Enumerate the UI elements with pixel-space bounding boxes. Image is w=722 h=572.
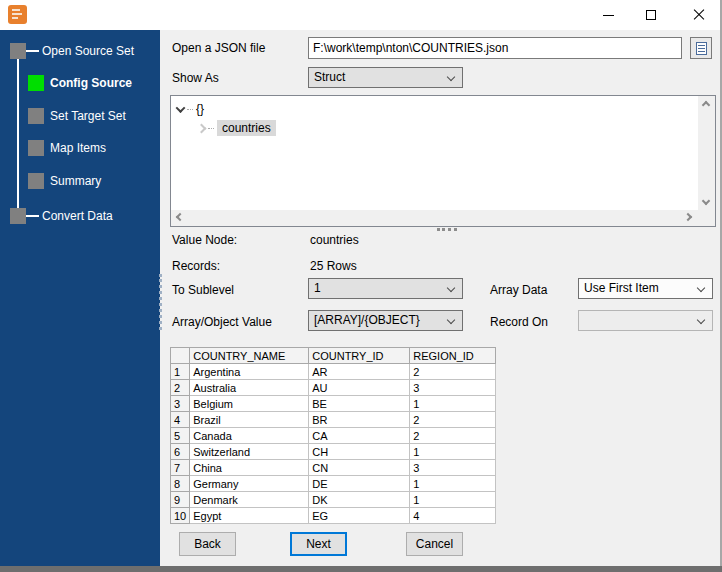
row-number: 2 bbox=[171, 380, 190, 396]
row-number: 9 bbox=[171, 492, 190, 508]
array-data-select[interactable]: Use First Item bbox=[578, 278, 713, 299]
row-number: 3 bbox=[171, 396, 190, 412]
document-icon bbox=[696, 42, 707, 55]
tree-expanded-icon[interactable] bbox=[176, 103, 186, 113]
show-as-select[interactable]: Struct bbox=[308, 67, 463, 88]
scroll-left-icon[interactable] bbox=[176, 213, 184, 221]
row-number: 6 bbox=[171, 444, 190, 460]
chevron-down-icon bbox=[697, 316, 705, 324]
table-row[interactable]: 6 Switzerland CH 1 bbox=[171, 444, 496, 460]
sidebar-step-map-items[interactable]: Map Items bbox=[28, 140, 106, 156]
table-row[interactable]: 10 Egypt EG 4 bbox=[171, 508, 496, 524]
back-button[interactable]: Back bbox=[179, 532, 236, 556]
column-header: REGION_ID bbox=[410, 348, 496, 364]
value-node-label: Value Node: bbox=[172, 233, 237, 247]
table-row[interactable]: 5 Canada CA 2 bbox=[171, 428, 496, 444]
horizontal-splitter-grip[interactable] bbox=[437, 228, 457, 231]
table-row[interactable]: 7 China CN 3 bbox=[171, 460, 496, 476]
tree-vertical-scrollbar[interactable] bbox=[698, 96, 715, 210]
cell-country-name: Germany bbox=[190, 476, 309, 492]
table-row[interactable]: 3 Belgium BE 1 bbox=[171, 396, 496, 412]
step-label: Config Source bbox=[50, 76, 132, 90]
next-button[interactable]: Next bbox=[290, 532, 347, 556]
to-sublevel-label: To Sublevel bbox=[172, 283, 234, 297]
table-row[interactable]: 8 Germany DE 1 bbox=[171, 476, 496, 492]
table-row[interactable]: 4 Brazil BR 2 bbox=[171, 412, 496, 428]
minimize-button[interactable] bbox=[593, 4, 623, 26]
sidebar-step-summary[interactable]: Summary bbox=[28, 173, 101, 189]
sidebar-step-convert-data[interactable]: Convert Data bbox=[10, 208, 113, 224]
cell-region-id: 2 bbox=[410, 412, 496, 428]
cell-region-id: 4 bbox=[410, 508, 496, 524]
vertical-splitter-grip[interactable] bbox=[159, 274, 162, 330]
table-row[interactable]: 1 Argentina AR 2 bbox=[171, 364, 496, 380]
records-value: 25 Rows bbox=[310, 259, 357, 273]
cell-country-id: AR bbox=[309, 364, 410, 380]
tree-node-countries[interactable]: countries bbox=[198, 120, 276, 136]
preview-data-grid: COUNTRY_NAME COUNTRY_ID REGION_ID 1 Arge… bbox=[170, 347, 496, 524]
cell-country-name: Egypt bbox=[190, 508, 309, 524]
record-on-select[interactable] bbox=[578, 310, 713, 331]
minimize-icon bbox=[603, 15, 614, 16]
to-sublevel-select[interactable]: 1 bbox=[308, 278, 463, 299]
step-connector-line bbox=[17, 51, 19, 217]
show-as-label: Show As bbox=[172, 71, 219, 85]
cell-region-id: 3 bbox=[410, 460, 496, 476]
cell-country-name: Canada bbox=[190, 428, 309, 444]
record-on-label: Record On bbox=[490, 315, 548, 329]
tree-node-root[interactable]: {} bbox=[177, 102, 204, 116]
tree-horizontal-scrollbar[interactable] bbox=[171, 210, 715, 226]
cell-country-id: BR bbox=[309, 412, 410, 428]
show-as-value: Struct bbox=[314, 70, 345, 84]
cell-country-name: Denmark bbox=[190, 492, 309, 508]
row-number: 5 bbox=[171, 428, 190, 444]
window-bottom-border[interactable] bbox=[0, 566, 722, 572]
row-number: 8 bbox=[171, 476, 190, 492]
step-label: Set Target Set bbox=[50, 109, 126, 123]
wizard-sidebar: Open Source Set Config Source Set Target… bbox=[0, 30, 160, 566]
cell-country-name: Argentina bbox=[190, 364, 309, 380]
tree-root-label: {} bbox=[196, 102, 204, 116]
scroll-down-icon[interactable] bbox=[702, 197, 710, 205]
array-data-value: Use First Item bbox=[584, 281, 659, 295]
step-square-icon bbox=[28, 140, 44, 156]
grid-header-row: COUNTRY_NAME COUNTRY_ID REGION_ID bbox=[171, 348, 496, 364]
tree-leader-dots bbox=[187, 109, 193, 110]
step-label: Convert Data bbox=[42, 209, 113, 223]
array-object-value-select[interactable]: [ARRAY]/{OBJECT} bbox=[308, 310, 463, 331]
cell-region-id: 2 bbox=[410, 364, 496, 380]
cell-country-name: China bbox=[190, 460, 309, 476]
step-square-icon bbox=[28, 173, 44, 189]
scroll-right-icon[interactable] bbox=[684, 213, 692, 221]
cell-country-id: DE bbox=[309, 476, 410, 492]
cell-region-id: 1 bbox=[410, 492, 496, 508]
tree-collapsed-icon[interactable] bbox=[197, 123, 207, 133]
value-node-value: countries bbox=[310, 233, 359, 247]
cancel-button[interactable]: Cancel bbox=[406, 532, 463, 556]
titlebar bbox=[0, 0, 722, 30]
sidebar-step-config-source[interactable]: Config Source bbox=[28, 75, 132, 91]
json-tree-panel: {} countries bbox=[170, 95, 716, 227]
browse-file-button[interactable] bbox=[690, 37, 712, 59]
row-number: 10 bbox=[171, 508, 190, 524]
step-square-icon bbox=[10, 43, 26, 59]
sidebar-step-open-source-set[interactable]: Open Source Set bbox=[10, 43, 134, 59]
close-button[interactable] bbox=[684, 4, 714, 26]
cell-region-id: 1 bbox=[410, 396, 496, 412]
cell-country-id: BE bbox=[309, 396, 410, 412]
app-icon bbox=[8, 5, 27, 24]
json-file-path-input[interactable] bbox=[308, 37, 682, 59]
records-label: Records: bbox=[172, 259, 220, 273]
scroll-up-icon[interactable] bbox=[702, 101, 710, 109]
step-square-active-icon bbox=[28, 75, 44, 91]
cell-country-name: Australia bbox=[190, 380, 309, 396]
close-icon bbox=[693, 9, 705, 21]
sidebar-step-set-target-set[interactable]: Set Target Set bbox=[28, 108, 126, 124]
table-row[interactable]: 2 Australia AU 3 bbox=[171, 380, 496, 396]
maximize-button[interactable] bbox=[636, 4, 666, 26]
cell-country-id: DK bbox=[309, 492, 410, 508]
step-square-icon bbox=[10, 208, 26, 224]
table-row[interactable]: 9 Denmark DK 1 bbox=[171, 492, 496, 508]
step-label: Summary bbox=[50, 174, 101, 188]
cell-country-id: AU bbox=[309, 380, 410, 396]
